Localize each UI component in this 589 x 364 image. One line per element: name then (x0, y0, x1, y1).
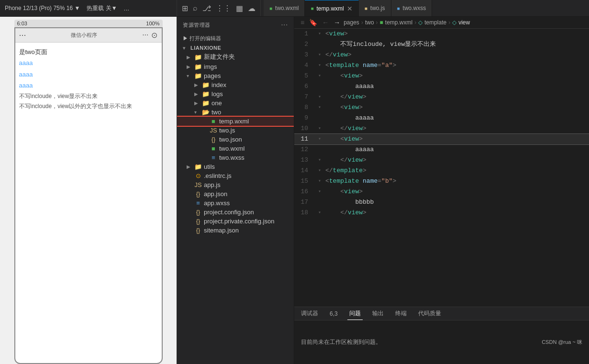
sidebar-dots-btn[interactable]: ··· (281, 21, 288, 29)
fold-13[interactable]: ▾ (316, 155, 323, 165)
sidebar-open-editors[interactable]: ▶ 打开的编辑器 (177, 33, 294, 44)
one-arrow: ▶ (194, 100, 200, 106)
line-num-9: 9 (294, 113, 316, 123)
bottom-tab-output[interactable]: 输出 (370, 308, 386, 320)
fold-7[interactable]: ▾ (316, 92, 323, 102)
tab-two-wxss[interactable]: ■ two.wxss (391, 0, 433, 16)
sidebar-item-project-private[interactable]: {} project.private.config.json (177, 217, 294, 226)
tab-close-btn[interactable]: ✕ (347, 5, 353, 12)
code-content-6: aaaaa (323, 81, 589, 92)
hot-reload-btn[interactable]: 热重载 关▼ (87, 4, 117, 12)
breadcrumb-pages[interactable]: pages (344, 19, 359, 26)
grid-icon[interactable]: ⋮⋮ (216, 4, 231, 13)
breadcrumb-bookmark-btn[interactable]: 🔖 (308, 19, 319, 26)
bottom-tab-terminal[interactable]: 终端 (393, 308, 409, 320)
layout-icon[interactable]: ▦ (236, 4, 243, 13)
pages-arrow: ▾ (187, 73, 192, 78)
appjson-icon: {} (194, 190, 202, 198)
index-icon: 📁 (202, 81, 210, 88)
phone-line-2: aaaa (19, 57, 158, 68)
line-num-4: 4 (294, 60, 316, 71)
bottom-tab-position[interactable]: 6,3 (328, 309, 340, 319)
sidebar-item-appwxss[interactable]: ≡ app.wxss (177, 199, 294, 208)
line-num-17: 17 (294, 197, 316, 208)
fold-5[interactable]: ▾ (316, 71, 323, 81)
phone-line-3: aaaa (19, 69, 158, 80)
split-editor-icon[interactable]: ⊞ (182, 4, 188, 13)
code-line-12: 12 aaaaa (294, 144, 589, 155)
tab-temp-wxml[interactable]: ■ temp.wxml ✕ (305, 0, 358, 16)
fold-18[interactable]: ▾ (316, 208, 323, 218)
fold-3[interactable]: ▾ (316, 50, 323, 60)
sidebar-item-two-wxml[interactable]: ■ two.wxml (177, 144, 294, 153)
phone-back-btn[interactable]: ··· (19, 30, 26, 40)
sidebar-item-two-json[interactable]: {} two.json (177, 135, 294, 144)
two-wxml-file-icon: ■ (210, 145, 217, 152)
breadcrumb-template[interactable]: template (424, 19, 446, 26)
sidebar-item-logs[interactable]: ▶ 📁 logs (177, 89, 294, 99)
tab-two-js[interactable]: ■ two.js (359, 0, 391, 16)
branch-icon[interactable]: ⎇ (202, 4, 211, 13)
sidebar-item-appjs[interactable]: JS app.js (177, 180, 294, 189)
breadcrumb-temp-wxml[interactable]: temp.wxml (385, 19, 412, 26)
two-js-file-label: two.js (219, 127, 294, 134)
sidebar-item-pages[interactable]: ▾ 📁 pages (177, 71, 294, 80)
temp-wxml-file-label: temp.wxml (219, 118, 294, 125)
sidebar-item-utils[interactable]: ▶ 📁 utils (177, 162, 294, 171)
bottom-tab-problems[interactable]: 问题 (347, 308, 363, 320)
breadcrumb-two[interactable]: two (365, 19, 374, 26)
project-label: LIANXIONE (190, 45, 221, 51)
tab-two-wxml[interactable]: ■ two.wxml (264, 0, 305, 16)
sidebar-item-new-folder[interactable]: ▶ 📁 新建文件夹 (177, 52, 294, 62)
eslintrc-icon: ⊙ (194, 172, 202, 179)
search-icon[interactable]: ⌕ (193, 4, 198, 12)
top-dots-btn[interactable]: ... (124, 4, 130, 12)
fold-8[interactable]: ▾ (316, 102, 323, 113)
breadcrumb-forward-btn[interactable]: → (332, 19, 342, 26)
new-folder-arrow: ▶ (187, 55, 192, 60)
sidebar-item-sitemap[interactable]: {} sitemap.json (177, 226, 294, 235)
sidebar-item-index[interactable]: ▶ 📁 index (177, 80, 294, 89)
breadcrumb-menu-btn[interactable]: ≡ (299, 19, 306, 26)
logs-arrow: ▶ (194, 91, 200, 97)
fold-14[interactable]: ▾ (316, 165, 323, 176)
imgs-label: imgs (204, 63, 294, 70)
sidebar-item-two[interactable]: ▾ 📂 two (177, 108, 294, 117)
phone-frame: 6:03 100% ··· 微信小程序 ··· ⊙ 是two页面 aaaa aa… (0, 17, 177, 364)
fold-10[interactable]: ▾ (316, 123, 323, 134)
breadcrumb-sep1: › (361, 19, 363, 26)
sidebar-item-eslintrc[interactable]: ⊙ .eslintrc.js (177, 171, 294, 180)
sitemap-icon: {} (194, 227, 202, 234)
fold-11[interactable]: ▾ (316, 134, 323, 144)
sidebar-item-appjson[interactable]: {} app.json (177, 189, 294, 199)
sidebar-item-one[interactable]: ▶ 📁 one (177, 99, 294, 108)
code-content-2: 不写incloude, view显示不出来 (323, 39, 589, 50)
fold-15[interactable]: ▾ (316, 176, 323, 187)
phone-camera-icon[interactable]: ⊙ (151, 31, 157, 40)
sidebar-project-root[interactable]: ▾ LIANXIONE (177, 44, 294, 52)
sidebar-item-project-config[interactable]: {} project.config.json (177, 208, 294, 217)
sidebar-item-two-js[interactable]: JS two.js (177, 126, 294, 135)
bottom-tab-debugger[interactable]: 调试器 (299, 308, 320, 320)
cloud-icon[interactable]: ☁ (248, 4, 256, 13)
code-line-11: 11 ▾ <view> (294, 134, 589, 144)
two-json-file-icon: {} (210, 136, 217, 143)
breadcrumb-back-btn[interactable]: ← (321, 19, 330, 26)
sidebar-item-temp-wxml[interactable]: ■ temp.wxml (177, 117, 294, 126)
sidebar-item-imgs[interactable]: ▶ 📁 imgs (177, 62, 294, 71)
code-content-7: </view> (323, 92, 589, 102)
fold-16[interactable]: ▾ (316, 187, 323, 197)
tab-two-wxml-label: two.wxml (275, 5, 299, 11)
appwxss-icon: ≡ (194, 199, 202, 207)
phone-menu-icon[interactable]: ··· (142, 31, 148, 40)
line-num-5: 5 (294, 71, 316, 81)
sidebar-item-two-wxss[interactable]: ≡ two.wxss (177, 153, 294, 162)
code-content-1: <view> (323, 29, 589, 39)
proj-config-icon: {} (194, 209, 202, 216)
fold-1[interactable]: ▾ (316, 29, 323, 39)
fold-4[interactable]: ▾ (316, 60, 323, 71)
bottom-tab-quality[interactable]: 代码质量 (416, 308, 443, 320)
editor-content[interactable]: 1 ▾ <view> 2 不写incloude, view显示不出来 3 ▾ <… (294, 29, 589, 307)
sidebar-title: 资源管理器 (183, 22, 211, 29)
breadcrumb-view[interactable]: view (458, 19, 470, 26)
